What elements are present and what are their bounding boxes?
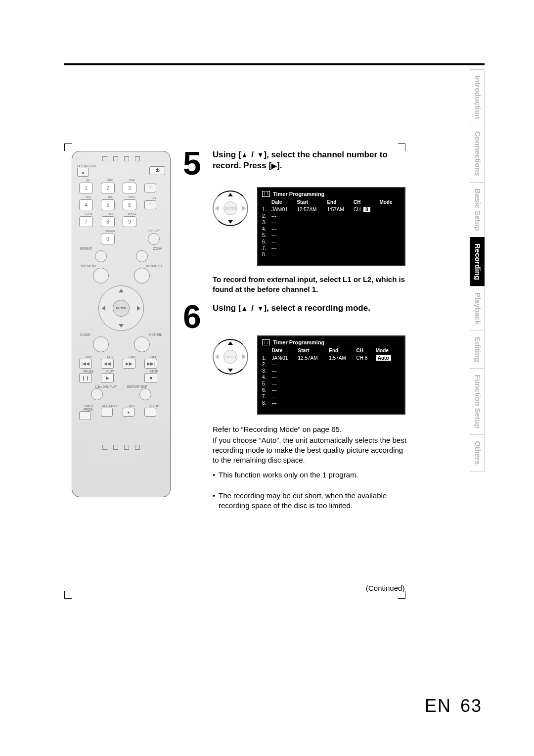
tab-function-setup: Function Setup (470, 368, 485, 434)
skip-fwd-button[interactable]: ▶▶| (144, 359, 157, 369)
step-5-osd: ⋮⋮Timer Programming Date Start End CH Mo… (257, 187, 405, 266)
right-arrow-icon (271, 161, 277, 170)
dpad-enter-label: ENTER (223, 350, 237, 364)
return-button[interactable] (134, 336, 150, 352)
step-6-dpad: ENTER (208, 339, 248, 375)
manual-page: Introduction Connections Basic Setup Rec… (0, 0, 534, 756)
tab-connections: Connections (470, 125, 485, 182)
play-button[interactable]: ▶ (101, 373, 114, 383)
rev-button[interactable]: ◀◀ (101, 359, 114, 369)
key-9[interactable]: 9 (123, 216, 136, 227)
tab-introduction: Introduction (470, 69, 485, 125)
tab-others: Others (470, 434, 485, 471)
label-repeat: REPEAT (80, 247, 92, 250)
remote-control: OPEN/CLOSE ▲ ⏻ @/:1 ABC2 DEF3 ˄ GHI4 JKL… (72, 151, 171, 497)
speed-play-button[interactable] (91, 388, 103, 400)
menu-list-button[interactable] (134, 268, 150, 284)
step-5-note: To record from external input, select L1… (213, 275, 410, 294)
pause-button[interactable]: ❙❙ (79, 373, 92, 383)
key-2[interactable]: 2 (101, 183, 115, 193)
clear-button[interactable] (93, 336, 109, 352)
step-6-number: 6 (183, 302, 205, 331)
power-button[interactable]: ⏻ (149, 166, 165, 175)
step-5-dpad: ENTER (208, 190, 248, 226)
table-row: 1. JAN/01 12:57AM 1:57AM CH 8 Auto (262, 355, 400, 361)
label-return: RETURN (149, 333, 162, 336)
key-8[interactable]: 8 (101, 216, 115, 227)
zoom-button[interactable] (136, 250, 148, 262)
key-5[interactable]: 5 (101, 199, 115, 210)
tab-editing: Editing (470, 331, 485, 368)
enter-button[interactable]: ENTER (113, 300, 130, 317)
up-arrow-icon (241, 150, 249, 159)
rec-button[interactable]: ● (123, 408, 134, 417)
step-6-osd: ⋮⋮Timer Programming Date Start End CH Mo… (257, 335, 405, 415)
label-zoom: ZOOM (153, 247, 162, 250)
stop-button[interactable]: ■ (144, 373, 157, 383)
nav-ring[interactable]: ENTER (98, 285, 144, 331)
eject-button[interactable]: ▲ (77, 168, 89, 177)
step-6: 6 Using [ / ], select a recording mode. (183, 302, 410, 331)
key-0[interactable]: 0 (101, 234, 115, 244)
top-menu-button[interactable] (93, 268, 109, 284)
timer-prog-button[interactable] (79, 411, 91, 420)
osd-title: Timer Programming (273, 339, 324, 345)
repeat-button[interactable] (95, 250, 107, 262)
osd-icon: ⋮⋮ (262, 191, 270, 197)
osd-table: Date Start End CH Mode 1. JAN/01 12:57AM… (262, 199, 400, 258)
setup-button[interactable] (144, 408, 156, 417)
key-6[interactable]: 6 (123, 199, 136, 210)
rec-mode-button[interactable] (101, 408, 113, 417)
step-6-para2: If you choose “Auto”, the unit automatic… (213, 435, 410, 465)
tab-playback: Playback (470, 286, 485, 331)
step-5-title: Using [ / ], select the channel number t… (213, 148, 410, 178)
tab-recording: Recording (470, 237, 485, 286)
up-arrow-icon (241, 303, 249, 313)
ch-down-button[interactable]: ˅ (144, 200, 156, 209)
key-3[interactable]: 3 (123, 183, 136, 193)
label-open-close: OPEN/CLOSE (77, 164, 97, 168)
label-top-menu: TOP MENU (80, 264, 96, 268)
step-5: 5 Using [ / ], select the channel number… (183, 148, 410, 178)
table-row: 1. JAN/01 12:57AM 1:57AM CH 8 (262, 206, 400, 213)
fwd-button[interactable]: ▶▶ (123, 359, 135, 369)
highlighted-mode: Auto (376, 355, 391, 361)
label-clear: CLEAR (80, 333, 90, 336)
ch-up-button[interactable]: ˄ (144, 184, 156, 192)
key-1[interactable]: 1 (79, 183, 93, 193)
down-arrow-icon (256, 303, 264, 313)
dpad-enter-label: ENTER (223, 201, 237, 215)
step-6-para1: Refer to “Recording Mode” on page 65. (213, 425, 410, 434)
skip-back-button[interactable]: |◀◀ (79, 359, 92, 369)
continued-label: (Continued) (366, 584, 404, 592)
highlighted-channel: 8 (363, 207, 370, 212)
step-5-number: 5 (183, 148, 205, 178)
key-7[interactable]: 7 (79, 216, 93, 227)
osd-title: Timer Programming (273, 191, 324, 197)
label-menu-list: MENU/LIST (146, 264, 162, 268)
key-4[interactable]: 4 (79, 199, 93, 210)
step-6-bullet2: The recording may be cut short, when the… (213, 491, 416, 511)
osd-table: Date Start End CH Mode 1. JAN/01 12:57AM… (262, 347, 400, 406)
tab-basic-setup: Basic Setup (470, 182, 485, 237)
instant-skip-button[interactable] (139, 388, 151, 400)
step-6-title: Using [ / ], select a recording mode. (213, 302, 370, 331)
osd-icon: ⋮⋮ (262, 339, 270, 345)
down-arrow-icon (256, 150, 264, 159)
side-tabs: Introduction Connections Basic Setup Rec… (470, 69, 485, 472)
display-button[interactable] (148, 233, 160, 245)
top-rule (64, 63, 485, 65)
step-6-bullet1: This function works only on the 1 progra… (213, 470, 416, 480)
page-number: EN63 (425, 696, 482, 716)
